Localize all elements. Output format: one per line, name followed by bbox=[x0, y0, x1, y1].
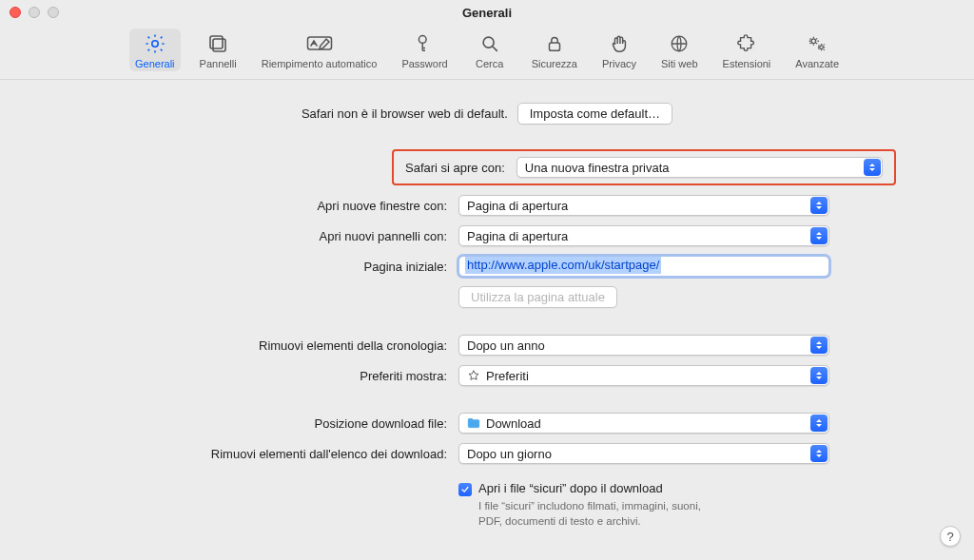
download-location-popup[interactable]: Download bbox=[458, 413, 829, 434]
new-tabs-label: Apri nuovi pannelli con: bbox=[57, 229, 447, 243]
popup-value: Pagina di apertura bbox=[467, 199, 568, 213]
safari-opens-with-label: Safari si apre con: bbox=[405, 161, 505, 175]
tab-password[interactable]: Password bbox=[396, 29, 453, 71]
tab-label: Siti web bbox=[661, 58, 698, 69]
tab-sicurezza[interactable]: Sicurezza bbox=[526, 29, 583, 71]
tab-label: Estensioni bbox=[723, 58, 771, 69]
tab-riempimento-automatico[interactable]: Riempimento automatico bbox=[256, 29, 383, 71]
open-safe-files-label: Apri i file “sicuri” dopo il download bbox=[478, 481, 663, 495]
popup-value: Preferiti bbox=[486, 369, 529, 383]
puzzle-icon bbox=[733, 32, 760, 55]
window-title: Generali bbox=[0, 6, 974, 20]
tab-label: Password bbox=[401, 58, 447, 69]
safari-opens-with-row-highlight: Safari si apre con: Una nuova finestra p… bbox=[392, 149, 896, 185]
key-icon bbox=[412, 32, 438, 55]
use-current-page-button[interactable]: Utilizza la pagina attuale bbox=[458, 286, 617, 308]
tab-label: Privacy bbox=[602, 58, 636, 69]
open-safe-files-note: I file “sicuri” includono filmati, immag… bbox=[458, 499, 706, 529]
history-remove-popup[interactable]: Dopo un anno bbox=[458, 335, 829, 356]
tab-estensioni[interactable]: Estensioni bbox=[717, 29, 777, 71]
favorites-show-label: Preferiti mostra: bbox=[57, 369, 447, 383]
download-location-label: Posizione download file: bbox=[57, 416, 447, 431]
favorites-show-popup[interactable]: Preferiti bbox=[458, 365, 829, 386]
download-remove-label: Rimuovi elementi dall'elenco dei downloa… bbox=[57, 447, 447, 461]
popup-value: Dopo un giorno bbox=[467, 447, 552, 461]
popup-value: Download bbox=[486, 416, 541, 431]
svg-point-4 bbox=[419, 36, 426, 44]
new-windows-label: Apri nuove finestre con: bbox=[57, 199, 447, 213]
chevrons-icon bbox=[810, 367, 828, 384]
lock-icon bbox=[541, 32, 568, 55]
tab-pannelli[interactable]: Pannelli bbox=[194, 29, 243, 71]
tab-label: Generali bbox=[135, 58, 175, 69]
tab-label: Riempimento automatico bbox=[262, 58, 378, 69]
homepage-field[interactable]: http://www.apple.com/uk/startpage/ bbox=[458, 256, 829, 277]
search-icon bbox=[477, 32, 503, 55]
new-tabs-popup[interactable]: Pagina di apertura bbox=[458, 225, 829, 246]
preferences-toolbar: Generali Pannelli Riempimento automatico… bbox=[0, 25, 974, 80]
tab-avanzate[interactable]: Avanzate bbox=[789, 29, 845, 71]
globe-icon bbox=[666, 32, 692, 55]
help-button[interactable]: ? bbox=[940, 526, 961, 547]
download-remove-popup[interactable]: Dopo un giorno bbox=[458, 443, 829, 464]
chevrons-icon bbox=[810, 445, 828, 462]
gears-icon bbox=[804, 32, 830, 55]
popup-value: Una nuova finestra privata bbox=[525, 161, 670, 175]
homepage-label: Pagina iniziale: bbox=[57, 260, 447, 274]
general-preferences-pane: Safari non è il browser web di default. … bbox=[0, 80, 974, 560]
homepage-value: http://www.apple.com/uk/startpage/ bbox=[465, 257, 661, 274]
tab-siti-web[interactable]: Siti web bbox=[655, 29, 704, 71]
svg-rect-1 bbox=[213, 39, 225, 51]
svg-point-8 bbox=[811, 39, 816, 44]
svg-point-0 bbox=[152, 41, 158, 47]
folder-icon bbox=[467, 417, 480, 429]
default-browser-message: Safari non è il browser web di default. bbox=[302, 106, 508, 121]
chevrons-icon bbox=[810, 415, 828, 432]
gear-icon bbox=[142, 32, 168, 55]
tab-privacy[interactable]: Privacy bbox=[596, 29, 642, 71]
chevrons-icon bbox=[864, 159, 881, 176]
tab-label: Pannelli bbox=[200, 58, 237, 69]
svg-rect-2 bbox=[210, 36, 223, 48]
chevrons-icon bbox=[810, 227, 828, 244]
tabs-icon bbox=[205, 32, 231, 55]
tab-label: Cerca bbox=[476, 58, 503, 69]
set-default-browser-button[interactable]: Imposta come default… bbox=[517, 103, 672, 125]
tab-cerca[interactable]: Cerca bbox=[467, 29, 513, 71]
hand-icon bbox=[606, 32, 633, 55]
open-safe-files-checkbox[interactable] bbox=[458, 483, 472, 496]
tab-label: Avanzate bbox=[795, 58, 839, 69]
autofill-icon bbox=[306, 32, 333, 55]
chevrons-icon bbox=[810, 197, 828, 214]
tab-label: Sicurezza bbox=[532, 58, 577, 69]
history-remove-label: Rimuovi elementi della cronologia: bbox=[57, 338, 447, 353]
svg-point-9 bbox=[820, 46, 824, 49]
tab-generali[interactable]: Generali bbox=[129, 29, 181, 71]
popup-value: Pagina di apertura bbox=[467, 229, 568, 243]
titlebar: Generali bbox=[0, 0, 974, 25]
safari-opens-with-popup[interactable]: Una nuova finestra privata bbox=[516, 157, 883, 178]
new-windows-popup[interactable]: Pagina di apertura bbox=[458, 195, 829, 216]
star-icon bbox=[467, 369, 480, 382]
chevrons-icon bbox=[810, 337, 828, 354]
popup-value: Dopo un anno bbox=[467, 338, 545, 353]
svg-rect-6 bbox=[549, 43, 559, 50]
